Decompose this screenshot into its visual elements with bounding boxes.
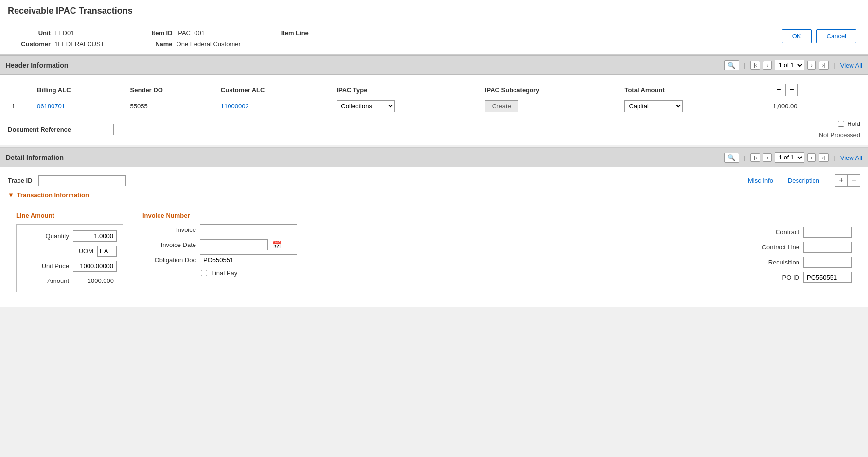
header-view-all-link[interactable]: View All	[840, 62, 862, 69]
item-line-group: Item Line	[270, 29, 309, 36]
nav-pipe-2: |	[833, 62, 835, 69]
header-next-btn[interactable]: ›	[807, 61, 816, 70]
line-amount-title: Line Amount	[16, 212, 123, 219]
name-label: Name	[134, 40, 173, 48]
header-add-row-btn[interactable]: +	[773, 84, 785, 96]
transaction-toggle[interactable]: ▼ Transaction Information	[8, 192, 860, 199]
item-line-label: Item Line	[270, 29, 309, 36]
line-amount-box: Quantity UOM Unit Price	[16, 224, 123, 292]
contract-input[interactable]	[803, 227, 852, 238]
amount-value: 1000.000	[73, 276, 117, 286]
detail-last-btn[interactable]: ›|	[819, 153, 829, 162]
row-num: 1	[8, 98, 33, 114]
detail-first-btn[interactable]: |‹	[750, 153, 761, 162]
trace-id-label: Trace ID	[8, 177, 33, 184]
obligation-doc-input[interactable]	[200, 254, 297, 265]
item-group: Item ID IPAC_001 Name One Federal Custom…	[134, 29, 241, 48]
contract-info-col: Contract Contract Line Requisition	[751, 212, 852, 292]
col-ipac-sub: IPAC Subcategory	[481, 82, 621, 98]
total-amount-value: 1,000.00	[769, 98, 843, 114]
detail-add-row-btn[interactable]: +	[835, 174, 848, 187]
quantity-input[interactable]	[73, 230, 117, 242]
header-table: Billing ALC Sender DO Customer ALC IPAC …	[8, 82, 860, 114]
invoice-input[interactable]	[200, 224, 297, 235]
detail-search-btn[interactable]: 🔍	[724, 153, 739, 163]
ipac-subcategory-cell: Capital Other	[620, 98, 768, 114]
customer-alc-value[interactable]: 11000002	[217, 98, 333, 114]
invoice-grid: Invoice Invoice Date 📅 Obligation Doc	[142, 224, 731, 277]
unit-group: Unit FED01 Customer 1FEDERALCUST	[12, 29, 105, 48]
customer-value: 1FEDERALCUST	[54, 40, 105, 48]
detail-next-btn[interactable]: ›	[807, 153, 816, 162]
po-id-input[interactable]	[803, 272, 852, 283]
contract-line-input[interactable]	[803, 242, 852, 253]
col-ipac-type: IPAC Type	[333, 82, 480, 98]
trace-id-input[interactable]	[38, 175, 126, 186]
uom-label: UOM	[54, 247, 93, 255]
detail-view-all-link[interactable]: View All	[840, 154, 862, 161]
calendar-icon-btn[interactable]: 📅	[272, 240, 282, 249]
invoice-date-label: Invoice Date	[142, 241, 196, 248]
amount-label: Amount	[30, 277, 69, 284]
create-btn-cell: Create	[481, 98, 621, 114]
detail-info-body: Trace ID Misc Info Description + − ▼ Tra…	[0, 167, 868, 307]
contract-label: Contract	[751, 228, 799, 236]
final-pay-checkbox[interactable]	[201, 270, 207, 276]
detail-remove-row-btn[interactable]: −	[848, 174, 860, 187]
unit-price-label: Unit Price	[30, 263, 69, 270]
item-id-label: Item ID	[134, 29, 173, 36]
detail-prev-btn[interactable]: ‹	[763, 153, 772, 162]
hold-checkbox[interactable]	[838, 121, 844, 127]
col-billing-alc: Billing ALC	[33, 82, 126, 98]
header-info-body: Billing ALC Sender DO Customer ALC IPAC …	[0, 75, 868, 145]
detail-info-section-header: Detail Information 🔍 | |‹ ‹ 1 of 1 › ›| …	[0, 148, 868, 167]
header-page-select[interactable]: 1 of 1	[775, 60, 804, 70]
trace-row: Trace ID Misc Info Description + −	[8, 174, 860, 187]
unit-label: Unit	[12, 29, 51, 36]
detail-info-title: Detail Information	[6, 154, 64, 161]
misc-info-link[interactable]: Misc Info	[748, 177, 773, 184]
col-sender-do: Sender DO	[126, 82, 217, 98]
transaction-box: Line Amount Quantity UOM Unit	[8, 204, 860, 300]
ipac-subcategory-select[interactable]: Capital Other	[624, 100, 683, 112]
contract-line-label: Contract Line	[751, 244, 799, 251]
hold-label: Hold	[847, 120, 860, 127]
header-info-title: Header Information	[6, 61, 68, 69]
final-pay-label: Final Pay	[211, 269, 237, 277]
ipac-type-select[interactable]: Collections Disbursements	[337, 100, 395, 112]
obligation-doc-label: Obligation Doc	[142, 256, 196, 264]
create-button[interactable]: Create	[485, 100, 518, 112]
top-info-bar: Unit FED01 Customer 1FEDERALCUST Item ID…	[0, 22, 868, 55]
doc-ref-input[interactable]	[75, 124, 114, 135]
cancel-button[interactable]: Cancel	[816, 29, 856, 43]
requisition-input[interactable]	[803, 257, 852, 268]
page-title: Receivable IPAC Transactions	[0, 0, 868, 22]
line-amount-col: Line Amount Quantity UOM Unit	[16, 212, 123, 292]
status-text: Not Processed	[819, 131, 860, 139]
unit-price-input[interactable]	[73, 261, 117, 272]
transaction-info-section: ▼ Transaction Information Line Amount Qu…	[8, 192, 860, 300]
description-link[interactable]: Description	[788, 177, 819, 184]
invoice-date-input[interactable]	[200, 239, 268, 250]
header-info-section-header: Header Information 🔍 | |‹ ‹ 1 of 1 › ›| …	[0, 55, 868, 75]
nav-pipe-1: |	[744, 62, 745, 69]
header-prev-btn[interactable]: ‹	[763, 61, 772, 70]
detail-page-select[interactable]: 1 of 1	[775, 152, 804, 163]
header-search-btn[interactable]: 🔍	[724, 60, 739, 70]
toggle-arrow: ▼	[8, 192, 14, 199]
billing-alc-value[interactable]: 06180701	[33, 98, 126, 114]
unit-value: FED01	[54, 29, 74, 36]
transaction-cols: Line Amount Quantity UOM Unit	[16, 212, 852, 292]
name-value: One Federal Customer	[177, 40, 241, 48]
header-remove-row-btn[interactable]: −	[785, 84, 798, 96]
invoice-number-col: Invoice Number Invoice Invoice Date 📅	[142, 212, 731, 292]
invoice-label: Invoice	[142, 226, 196, 233]
ok-button[interactable]: OK	[782, 29, 812, 43]
doc-ref-label: Document Reference	[8, 126, 71, 133]
header-last-btn[interactable]: ›|	[819, 61, 829, 70]
transaction-info-label: Transaction Information	[17, 192, 89, 199]
uom-input[interactable]	[97, 246, 117, 257]
ipac-type-cell: Collections Disbursements	[333, 98, 480, 114]
header-first-btn[interactable]: |‹	[750, 61, 761, 70]
item-id-value: IPAC_001	[177, 29, 205, 36]
